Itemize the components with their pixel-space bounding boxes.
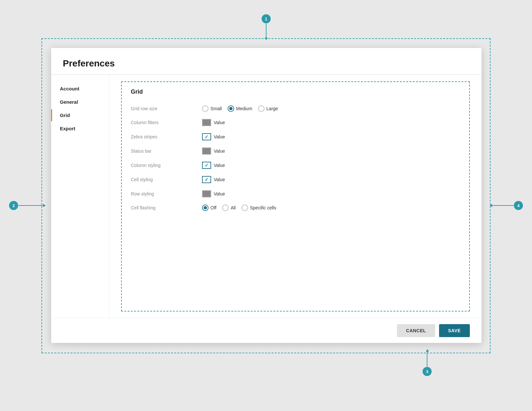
annotation-arrow-1 (266, 24, 266, 39)
checkbox-box-zebra-stripes[interactable] (202, 133, 211, 140)
radio-off[interactable]: Off (202, 205, 216, 211)
sidebar-item-account[interactable]: Account (51, 83, 109, 95)
radio-circle-medium[interactable] (228, 105, 234, 112)
pref-row-zebra-stripes: Zebra stripes Value (131, 130, 460, 144)
pref-control-row-styling: Value (202, 190, 225, 197)
radio-large[interactable]: Large (258, 105, 278, 112)
pref-label-grid-row-size: Grid row size (131, 106, 202, 111)
pref-control-grid-row-size: Small Medium Large (202, 105, 278, 112)
pref-label-status-bar: Status bar (131, 148, 202, 154)
pref-row-cell-flashing: Cell flashing Off All (131, 201, 460, 215)
pref-control-status-bar: Value (202, 147, 225, 155)
pref-label-row-styling: Row styling (131, 191, 202, 196)
checkbox-box-row-styling[interactable] (202, 190, 211, 197)
annotation-circle-3: 3 (423, 367, 432, 376)
checkbox-box-column-styling[interactable] (202, 162, 211, 169)
pref-row-grid-row-size: Grid row size Small Medium (131, 102, 460, 115)
pref-control-column-styling: Value (202, 162, 225, 169)
pref-label-column-styling: Column styling (131, 163, 202, 168)
annotation-arrow-4 (491, 205, 514, 206)
radio-circle-large[interactable] (258, 105, 265, 112)
radio-circle-all[interactable] (222, 205, 229, 211)
sidebar-item-grid[interactable]: Grid (51, 109, 109, 121)
annotation-circle-2: 2 (9, 201, 18, 210)
pref-label-cell-flashing: Cell flashing (131, 205, 202, 210)
sidebar-item-export[interactable]: Export (51, 123, 109, 135)
radio-circle-off[interactable] (202, 205, 209, 211)
radio-circle-specific-cells[interactable] (242, 205, 248, 211)
radio-group-cell-flashing: Off All Specific cells (202, 205, 276, 211)
checkbox-box-column-filters[interactable] (202, 119, 211, 126)
pref-row-column-styling: Column styling Value (131, 158, 460, 172)
pref-row-cell-styling: Cell styling Value (131, 172, 460, 187)
content-area: Grid Grid row size Small Medium (109, 75, 481, 318)
save-button[interactable]: SAVE (439, 324, 470, 337)
pref-row-column-filters: Column filters Value (131, 115, 460, 130)
checkbox-box-status-bar[interactable] (202, 147, 211, 155)
pref-label-zebra-stripes: Zebra stripes (131, 134, 202, 139)
radio-circle-small[interactable] (202, 105, 209, 112)
checkbox-status-bar[interactable]: Value (202, 147, 225, 155)
checkbox-row-styling[interactable]: Value (202, 190, 225, 197)
radio-medium[interactable]: Medium (228, 105, 252, 112)
section-title: Grid (131, 88, 460, 95)
pref-control-cell-flashing: Off All Specific cells (202, 205, 276, 211)
checkbox-box-cell-styling[interactable] (202, 176, 211, 183)
sidebar: Account General Grid Export (51, 75, 109, 318)
checkbox-zebra-stripes[interactable]: Value (202, 133, 225, 140)
sidebar-item-general[interactable]: General (51, 96, 109, 108)
pref-control-column-filters: Value (202, 119, 225, 126)
annotation-circle-1: 1 (262, 14, 271, 23)
pref-control-cell-styling: Value (202, 176, 225, 183)
annotation-arrow-3 (427, 350, 427, 367)
pref-row-row-styling: Row styling Value (131, 187, 460, 201)
content-inner-dashed: Grid Grid row size Small Medium (121, 81, 470, 311)
dialog-footer: CANCEL SAVE (51, 318, 481, 343)
radio-small[interactable]: Small (202, 105, 222, 112)
radio-group-row-size: Small Medium Large (202, 105, 278, 112)
pref-label-column-filters: Column filters (131, 120, 202, 125)
dialog-body: Account General Grid Export Grid Grid ro… (51, 75, 481, 318)
checkbox-column-styling[interactable]: Value (202, 162, 225, 169)
annotation-arrowhead-1 (265, 38, 268, 40)
checkbox-cell-styling[interactable]: Value (202, 176, 225, 183)
annotation-arrowhead-3 (426, 349, 429, 352)
annotation-arrow-2 (18, 205, 44, 206)
radio-all[interactable]: All (222, 205, 236, 211)
checkbox-column-filters[interactable]: Value (202, 119, 225, 126)
pref-label-cell-styling: Cell styling (131, 177, 202, 182)
pref-control-zebra-stripes: Value (202, 133, 225, 140)
dialog-title: Preferences (63, 58, 470, 69)
dialog-header: Preferences (51, 48, 481, 75)
annotation-arrowhead-2 (43, 204, 46, 207)
pref-row-status-bar: Status bar Value (131, 144, 460, 158)
annotation-circle-4: 4 (514, 201, 523, 210)
annotation-arrowhead-4 (490, 204, 492, 207)
cancel-button[interactable]: CANCEL (397, 324, 435, 337)
radio-specific-cells[interactable]: Specific cells (242, 205, 276, 211)
preferences-dialog: Preferences Account General Grid Export … (51, 48, 481, 343)
